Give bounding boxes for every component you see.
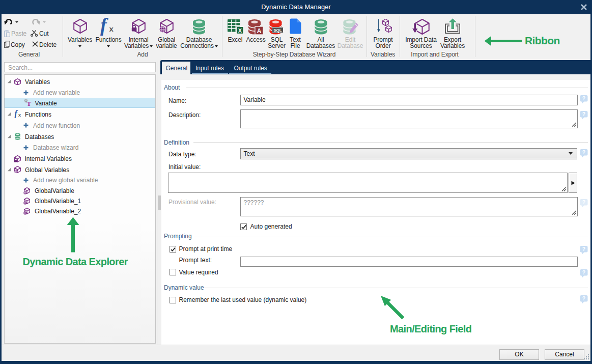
svg-text:SQL: SQL (273, 28, 282, 33)
svg-text:?: ? (582, 111, 585, 117)
svg-text:?: ? (582, 295, 585, 301)
svg-text:?: ? (582, 199, 585, 205)
svg-text:?: ? (582, 246, 585, 252)
svg-text:X: X (238, 27, 242, 34)
svg-text:?: ? (582, 95, 585, 101)
svg-text:?: ? (582, 149, 585, 155)
svg-text:?: ? (582, 269, 585, 275)
svg-text:A: A (257, 27, 262, 35)
